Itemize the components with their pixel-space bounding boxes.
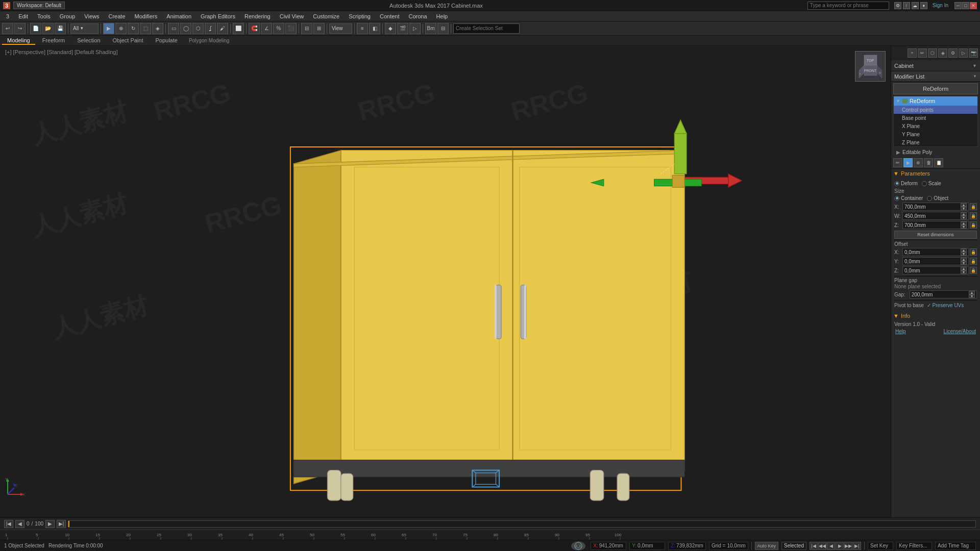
parameters-title[interactable]: ▼ Parameters (891, 169, 980, 178)
tab-populate[interactable]: Populate (150, 37, 182, 45)
layer-manager[interactable]: ≡ (357, 23, 368, 34)
y-coord-field[interactable]: Y: 0,0mm (629, 542, 665, 550)
container-radio[interactable]: Container (894, 195, 923, 201)
oy-up-arrow[interactable]: ▲ (961, 258, 967, 261)
close-button[interactable]: ✕ (970, 2, 977, 9)
object-radio[interactable]: Object (927, 195, 948, 201)
spinner-snap[interactable]: ⬛ (285, 23, 297, 34)
window-crossing[interactable]: ⬜ (233, 23, 244, 34)
menu-civil-view[interactable]: Civil View (276, 13, 308, 20)
oz-down-arrow[interactable]: ▼ (961, 270, 967, 274)
add-time-tag-field[interactable]: Add Time Tag (935, 542, 976, 550)
expand-icon[interactable]: ▼ (972, 63, 977, 68)
modifier-control-points[interactable]: Control points (894, 106, 977, 114)
panel-icon-5[interactable]: ⚙ (948, 48, 958, 58)
menu-modifiers[interactable]: Modifiers (131, 13, 162, 20)
tab-object-paint[interactable]: Object Paint (108, 37, 149, 45)
scene-explorer[interactable]: Bm (425, 23, 436, 34)
editable-poly-item[interactable]: ▶ Editable Poly (893, 148, 978, 156)
ox-down-arrow[interactable]: ▼ (961, 252, 967, 256)
pt-copy-btn[interactable]: 📋 (934, 158, 943, 167)
percent-snap[interactable]: % (273, 23, 284, 34)
search-input[interactable] (807, 2, 889, 10)
oz-spinbox-arrows[interactable]: ▲ ▼ (961, 267, 967, 274)
ribbon-toggle[interactable]: ◧ (369, 23, 380, 34)
gap-down-arrow[interactable]: ▼ (969, 294, 975, 298)
tab-freeform[interactable]: Freeform (37, 37, 70, 45)
deform-radio[interactable]: Deform (894, 181, 918, 186)
menu-tools[interactable]: Tools (33, 13, 55, 20)
modifier-z-plane[interactable]: Z Plane (894, 138, 977, 146)
menu-3[interactable]: 3 (2, 13, 13, 20)
track-view[interactable]: ⊟ (437, 23, 449, 34)
scale-radio[interactable]: Scale (922, 181, 941, 186)
viewport[interactable]: [+] [Perspective] [Standard] [Default Sh… (0, 46, 891, 517)
ox-param-input[interactable]: 0,0mm ▲ ▼ (902, 248, 969, 256)
icon-btn-3[interactable]: ☁ (912, 2, 919, 9)
ox-up-arrow[interactable]: ▲ (961, 248, 967, 252)
open-button[interactable]: 📂 (42, 23, 54, 34)
move-tool[interactable]: ⊕ (115, 23, 127, 34)
menu-graph-editors[interactable]: Graph Editors (197, 13, 239, 20)
z-size-param-input[interactable]: 700,0mm ▲ ▼ (902, 221, 969, 229)
x-coord-field[interactable]: X: 941,20mm (591, 542, 626, 550)
oy-spinbox-arrows[interactable]: ▲ ▼ (961, 258, 967, 265)
prev-frame-button[interactable]: |◀ (4, 520, 13, 528)
w-lock[interactable]: 🔒 (970, 212, 977, 219)
play-reverse[interactable]: ◀ (827, 542, 835, 550)
reset-dimensions-button[interactable]: Reset dimensions (894, 231, 977, 239)
panel-icon-1[interactable]: + (908, 48, 917, 58)
gap-up-arrow[interactable]: ▲ (969, 291, 975, 294)
circle-select[interactable]: ◯ (180, 23, 191, 34)
select-scale-tool[interactable]: ◈ (152, 23, 163, 34)
pt-edit-btn[interactable]: ✏ (893, 158, 902, 167)
panel-icon-2[interactable]: ✏ (918, 48, 927, 58)
modifier-x-plane[interactable]: X Plane (894, 122, 977, 130)
w-up-arrow[interactable]: ▲ (961, 212, 967, 216)
render-setup[interactable]: 🎬 (397, 23, 408, 34)
menu-create[interactable]: Create (105, 13, 130, 20)
z-size-lock[interactable]: 🔒 (970, 221, 977, 229)
redo-button[interactable]: ↪ (14, 23, 26, 34)
ox-lock[interactable]: 🔒 (970, 248, 977, 256)
icon-btn-1[interactable]: ⚙ (894, 2, 901, 9)
modifier-base-point[interactable]: Base point (894, 114, 977, 122)
menu-content[interactable]: Content (376, 13, 404, 20)
rect-select[interactable]: ▭ (168, 23, 179, 34)
workspace-selector[interactable]: Workspace: Default (13, 2, 65, 9)
next-frame-button[interactable]: ▶| (57, 520, 66, 528)
oz-lock[interactable]: 🔒 (970, 267, 977, 274)
w-spinbox-arrows[interactable]: ▲ ▼ (961, 212, 967, 219)
selection-filter[interactable]: All ▼ (70, 23, 99, 34)
z-size-up-arrow[interactable]: ▲ (961, 221, 967, 225)
icon-btn-2[interactable]: ↑ (903, 2, 910, 9)
ox-spinbox-arrows[interactable]: ▲ ▼ (961, 248, 967, 256)
signin-button[interactable]: Sign In (933, 3, 948, 8)
minimize-button[interactable]: ─ (954, 2, 962, 9)
next-key-button[interactable]: ▶ (45, 520, 55, 528)
w-down-arrow[interactable]: ▼ (961, 216, 967, 219)
frame-ruler[interactable]: 1 5 10 15 20 25 30 35 40 45 50 55 60 (0, 530, 980, 540)
play-prev-frame[interactable]: |◀ (810, 542, 818, 550)
pt-delete-btn[interactable]: 🗑 (924, 158, 933, 167)
snap-toggle[interactable]: 🧲 (249, 23, 260, 34)
menu-views[interactable]: Views (80, 13, 103, 20)
menu-animation[interactable]: Animation (162, 13, 195, 20)
fence-select[interactable]: ⬡ (192, 23, 204, 34)
z-size-down-arrow[interactable]: ▼ (961, 225, 967, 229)
pt-select-btn[interactable]: ▶ (903, 158, 913, 167)
prev-key-button[interactable]: ◀ (15, 520, 24, 528)
oy-down-arrow[interactable]: ▼ (961, 261, 967, 265)
panel-icon-4[interactable]: ◈ (938, 48, 947, 58)
menu-customize[interactable]: Customize (309, 13, 344, 20)
menu-edit[interactable]: Edit (14, 13, 32, 20)
menu-rendering[interactable]: Rendering (240, 13, 275, 20)
oy-param-input[interactable]: 0,0mm ▲ ▼ (902, 257, 969, 265)
pt-move-btn[interactable]: ⊕ (914, 158, 923, 167)
menu-corona[interactable]: Corona (405, 13, 431, 20)
menu-help[interactable]: Help (432, 13, 452, 20)
modifier-list-header[interactable]: Modifier List ▼ (891, 71, 980, 82)
oy-lock[interactable]: 🔒 (970, 258, 977, 265)
select-tool[interactable]: ▶ (103, 23, 114, 34)
align-tool[interactable]: ⊞ (313, 23, 325, 34)
